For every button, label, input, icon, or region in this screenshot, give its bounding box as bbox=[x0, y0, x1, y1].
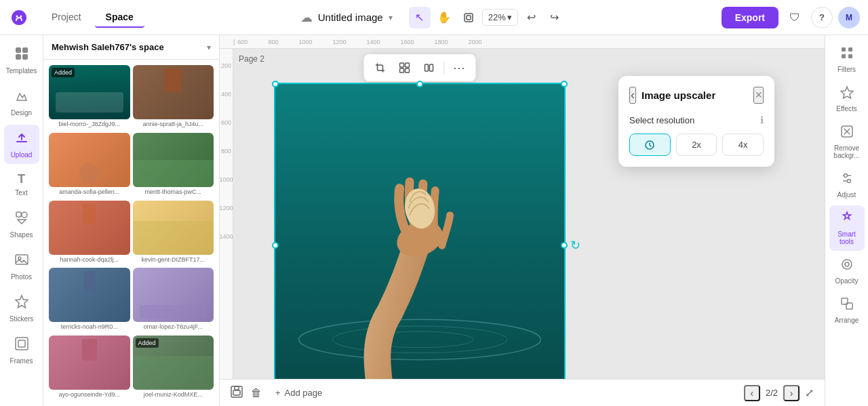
svg-rect-8 bbox=[22, 54, 28, 60]
save-page-icon[interactable] bbox=[231, 386, 243, 401]
smart-crop-button[interactable] bbox=[394, 57, 416, 79]
help-icon[interactable]: ? bbox=[811, 7, 833, 28]
photo-item-kevin-gent[interactable]: kevin-gent-DIZBFT17... bbox=[133, 201, 214, 266]
document-title[interactable]: Untitled image bbox=[318, 12, 383, 23]
topbar-right: Export 🛡 ? M bbox=[722, 7, 860, 28]
cloud-icon: ☁ bbox=[300, 10, 313, 25]
upscaler-title-row: ‹ Image upscaler bbox=[629, 87, 715, 104]
right-tool-opacity[interactable]: Opacity bbox=[829, 252, 865, 290]
photo-item-omar-lopez[interactable]: omar-lopez-T6zu4jF... bbox=[133, 268, 214, 333]
rotate-handle[interactable]: ↻ bbox=[570, 238, 580, 253]
svg-rect-21 bbox=[406, 68, 410, 73]
remove-bg-icon bbox=[840, 125, 854, 142]
stickers-icon bbox=[14, 294, 29, 312]
page-navigation: ‹ 2/2 › ⤢ bbox=[744, 385, 814, 401]
photo-label: ayo-ogunseinde-Yd9... bbox=[49, 390, 130, 399]
photo-item-biel-morro[interactable]: Added biel-morro-_J8ZdgJ9... bbox=[49, 65, 130, 130]
res-2x-button[interactable]: 2x bbox=[676, 134, 717, 156]
photo-label: meritt-thomas-pwC... bbox=[133, 187, 214, 197]
sidebar-item-stickers[interactable]: Stickers bbox=[4, 289, 39, 328]
image-container[interactable]: ··· bbox=[274, 83, 566, 379]
sidebar-item-text[interactable]: T Text bbox=[4, 167, 39, 202]
right-tool-adjust[interactable]: Adjust bbox=[829, 166, 865, 204]
svg-rect-31 bbox=[233, 390, 240, 395]
shield-icon[interactable]: 🛡 bbox=[784, 7, 806, 28]
title-chevron-icon[interactable]: ▾ bbox=[389, 13, 393, 22]
res-auto-icon bbox=[630, 140, 670, 150]
sidebar-item-frames[interactable]: Frames bbox=[4, 331, 39, 370]
flip-button[interactable] bbox=[418, 57, 440, 79]
frame-tool-button[interactable] bbox=[458, 7, 479, 28]
photo-item-hannah-cook[interactable]: hannah-cook-dqa2lj... bbox=[49, 201, 130, 266]
text-label: Text bbox=[15, 189, 27, 197]
add-page-button[interactable]: + Add page bbox=[270, 385, 328, 401]
right-sidebar: Filters Effects Remove backgr... bbox=[825, 35, 868, 406]
add-page-label: Add page bbox=[285, 388, 323, 398]
expand-icon[interactable]: ⤢ bbox=[805, 386, 814, 399]
res-4x-button[interactable]: 4x bbox=[722, 134, 764, 156]
design-icon bbox=[14, 88, 29, 106]
canva-logo[interactable] bbox=[8, 7, 30, 28]
photos-icon bbox=[14, 252, 29, 270]
shapes-label: Shapes bbox=[10, 231, 33, 239]
bottom-bar: 🗑 + Add page ‹ 2/2 › ⤢ bbox=[220, 379, 825, 406]
arrange-label: Arrange bbox=[835, 317, 859, 324]
shapes-icon bbox=[14, 210, 29, 228]
crop-button[interactable] bbox=[370, 57, 391, 79]
res-auto-button[interactable] bbox=[629, 134, 671, 156]
photo-item-amanda-sofia[interactable]: amanda-sofia-pellen... bbox=[49, 133, 130, 198]
delete-icon[interactable]: 🗑 bbox=[251, 387, 262, 399]
hand-tool-button[interactable]: ✋ bbox=[433, 7, 455, 28]
right-tool-filters[interactable]: Filters bbox=[829, 41, 865, 79]
space-chevron-icon[interactable]: ▾ bbox=[207, 43, 211, 52]
right-tool-remove-bg[interactable]: Remove backgr... bbox=[829, 119, 865, 165]
photos-label: Photos bbox=[11, 273, 32, 281]
sidebar-item-templates[interactable]: Templates bbox=[4, 41, 39, 80]
more-options-button[interactable]: ··· bbox=[449, 57, 471, 79]
prev-page-button[interactable]: ‹ bbox=[744, 385, 760, 401]
topbar-center: ☁ Untitled image ▾ ↖ ✋ 22% ▾ ↩ ↪ bbox=[150, 7, 716, 28]
photo-item-terricks-noah[interactable]: terricks-noah-n9R0... bbox=[49, 268, 130, 333]
sidebar-item-photos[interactable]: Photos bbox=[4, 247, 39, 286]
zoom-control[interactable]: 22% ▾ bbox=[482, 9, 518, 26]
frames-label: Frames bbox=[10, 357, 33, 365]
svg-point-47 bbox=[845, 262, 849, 266]
right-tool-effects[interactable]: Effects bbox=[829, 80, 865, 118]
upscaler-back-button[interactable]: ‹ bbox=[629, 87, 636, 104]
handle-middle-right[interactable] bbox=[561, 242, 568, 249]
photo-label: amanda-sofia-pellen... bbox=[49, 187, 130, 197]
svg-marker-40 bbox=[841, 87, 853, 98]
tab-project[interactable]: Project bbox=[41, 7, 92, 28]
sidebar-icons: Templates Design Upload T Text bbox=[0, 35, 43, 406]
upscaler-close-button[interactable]: × bbox=[753, 87, 764, 104]
sidebar-item-upload[interactable]: Upload bbox=[4, 125, 39, 164]
undo-button[interactable]: ↩ bbox=[521, 7, 542, 28]
next-page-button[interactable]: › bbox=[783, 385, 800, 401]
photo-item-annie-spratt[interactable]: annie-spratt-ja_hJ4u... bbox=[133, 65, 214, 130]
avatar[interactable]: M bbox=[838, 7, 860, 28]
handle-top-left[interactable] bbox=[272, 81, 279, 87]
handle-top-right[interactable] bbox=[561, 81, 568, 87]
handle-top-middle[interactable] bbox=[416, 81, 423, 87]
text-icon: T bbox=[18, 172, 25, 186]
photo-item-meritt-thomas[interactable]: meritt-thomas-pwC... bbox=[133, 133, 214, 198]
svg-point-11 bbox=[22, 212, 27, 218]
sidebar-item-design[interactable]: Design bbox=[4, 83, 39, 122]
photo-item-joel-muniz[interactable]: Added joel-muniz-KodMXE... bbox=[133, 336, 214, 401]
handle-middle-left[interactable] bbox=[272, 242, 279, 249]
adjust-label: Adjust bbox=[837, 191, 856, 199]
tab-space[interactable]: Space bbox=[95, 7, 144, 28]
svg-rect-5 bbox=[16, 47, 21, 53]
photo-item-ayo[interactable]: ayo-ogunseinde-Yd9... bbox=[49, 336, 130, 401]
export-button[interactable]: Export bbox=[722, 7, 778, 28]
space-header: Mehwish Saleh767's space ▾ bbox=[43, 35, 219, 60]
redo-button[interactable]: ↪ bbox=[544, 7, 566, 28]
right-tool-smart-tools[interactable]: Smart tools bbox=[829, 205, 865, 251]
filters-label: Filters bbox=[837, 66, 856, 73]
sidebar-item-shapes[interactable]: Shapes bbox=[4, 205, 39, 244]
smart-tools-label: Smart tools bbox=[832, 230, 862, 245]
resolution-label: Select resolution ℹ bbox=[629, 115, 764, 125]
select-tool-button[interactable]: ↖ bbox=[409, 7, 431, 28]
right-tool-arrange[interactable]: Arrange bbox=[829, 291, 865, 329]
toolbar-separator bbox=[444, 61, 445, 75]
